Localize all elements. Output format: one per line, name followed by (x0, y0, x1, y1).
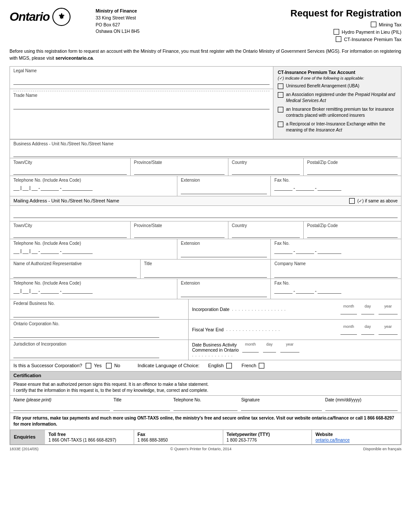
fax1-n4[interactable] (318, 185, 341, 191)
biz-year-input[interactable] (280, 347, 299, 353)
sidebar-option-association: an Association registered under the Prep… (278, 92, 397, 104)
rfax-a3[interactable] (286, 288, 292, 294)
tel-num2[interactable] (47, 185, 53, 191)
fiscal-month-input[interactable] (340, 329, 357, 335)
no-checkbox[interactable] (106, 363, 112, 369)
association-checkbox[interactable] (278, 92, 283, 98)
mtel-n2[interactable] (47, 248, 53, 254)
rep-company-input[interactable] (274, 270, 398, 278)
mtel-n1[interactable] (41, 248, 47, 254)
rtel-a3[interactable] (32, 288, 38, 294)
biz-month-input[interactable] (242, 347, 259, 353)
province-input[interactable] (134, 167, 225, 175)
ct-insurance-checkbox[interactable] (336, 36, 341, 42)
inc-day-input[interactable] (361, 309, 374, 314)
rtel-a1[interactable] (13, 288, 19, 294)
rtel-n4[interactable] (62, 288, 93, 294)
rtel-n3[interactable] (53, 288, 59, 294)
fiscal-year-row: Fiscal Year End . . . . . . . . . . . . … (192, 324, 398, 335)
website-link[interactable]: ontario.ca/finance (315, 438, 350, 442)
fiscal-year-input[interactable] (379, 329, 398, 335)
postal-input[interactable] (307, 167, 398, 175)
mailing-town-input[interactable] (13, 230, 127, 238)
mailing-postal-input[interactable] (307, 230, 398, 238)
tel-area3[interactable] (32, 185, 38, 191)
mailing-country-input[interactable] (232, 230, 300, 238)
rfax-n2[interactable] (302, 288, 308, 294)
legal-name-block: Legal Name (10, 67, 273, 89)
mfax-n2[interactable] (302, 248, 308, 254)
tel-area1[interactable] (13, 185, 19, 191)
mailing-address-label: Mailing Address - Unit No./Street No./St… (13, 198, 119, 203)
inc-month-input[interactable] (340, 309, 357, 314)
sidebar-option-uba: Uninsured Benefit Arrangement (UBA) (278, 83, 397, 89)
reciprocal-checkbox[interactable] (278, 122, 283, 127)
mailing-same-checkbox[interactable] (349, 198, 355, 204)
tel-area2[interactable] (22, 185, 29, 191)
rep-title-input[interactable] (144, 270, 267, 278)
ontario-corp-input[interactable] (13, 330, 159, 338)
business-address-row2: Town/City Province/State Country Postal/… (10, 158, 401, 176)
rfax-n3[interactable] (308, 288, 314, 294)
legal-name-input[interactable] (13, 77, 270, 85)
footer-notice: File your returns, make tax payments and… (10, 413, 401, 430)
fax1-a2[interactable] (280, 185, 286, 191)
mfax-a3[interactable] (286, 248, 292, 254)
rep-ext-input[interactable] (181, 289, 267, 297)
rfax-n4[interactable] (318, 288, 341, 294)
mtel-a1[interactable] (13, 248, 19, 254)
uba-checkbox[interactable] (278, 83, 283, 89)
town-city-input[interactable] (13, 167, 127, 175)
federal-row: Federal Business No. Incorporation Date … (10, 299, 401, 320)
extension-input-1[interactable] (181, 186, 267, 194)
fax1-a3[interactable] (286, 185, 292, 191)
fax1-n2[interactable] (302, 185, 308, 191)
trade-name-input[interactable] (13, 102, 270, 109)
rep-title-cell: Title (141, 260, 271, 279)
rfax-a1[interactable] (274, 288, 280, 294)
rep-name-input[interactable] (13, 270, 137, 278)
tel-num4[interactable] (62, 185, 93, 191)
fax1-n3[interactable] (308, 185, 314, 191)
tel-num3[interactable] (53, 185, 59, 191)
english-checkbox[interactable] (226, 363, 232, 369)
mfax-n1[interactable] (296, 248, 302, 254)
date-business-fields: month day year (242, 342, 299, 353)
yes-checkbox[interactable] (86, 363, 91, 369)
jurisdiction-input[interactable] (13, 350, 159, 358)
incorporation-date-cell: Incorporation Date . . . . . . . . . . .… (189, 299, 401, 319)
mfax-a1[interactable] (274, 248, 280, 254)
rfax-a2[interactable] (280, 288, 286, 294)
fiscal-day-input[interactable] (361, 329, 374, 335)
country-input[interactable] (232, 167, 300, 175)
mfax-n3[interactable] (308, 248, 314, 254)
insurance-broker-checkbox[interactable] (278, 107, 283, 112)
fax1-a1[interactable] (274, 185, 280, 191)
hydro-pil-checkbox[interactable] (334, 29, 339, 35)
french-checkbox[interactable] (259, 363, 264, 369)
tel-num1[interactable] (41, 185, 47, 191)
rtel-n1[interactable] (41, 288, 47, 294)
rfax-n1[interactable] (296, 288, 302, 294)
rtel-a2[interactable] (22, 288, 29, 294)
mailing-ext-input[interactable] (181, 250, 267, 257)
mtel-n4[interactable] (62, 248, 93, 254)
mfax-a2[interactable] (280, 248, 286, 254)
mfax-n4[interactable] (318, 248, 341, 254)
rep-name-cell: Name of Authorized Representative (10, 260, 141, 279)
telephone-input-group: | | - - (13, 185, 173, 191)
inc-year-input[interactable] (379, 309, 398, 314)
mtel-n3[interactable] (53, 248, 59, 254)
biz-day-input[interactable] (263, 347, 276, 353)
mtel-a2[interactable] (22, 248, 29, 254)
mailing-province-input[interactable] (134, 230, 225, 238)
mining-tax-checkbox[interactable] (371, 22, 376, 27)
fax1-n1[interactable] (296, 185, 302, 191)
mtel-a3[interactable] (32, 248, 38, 254)
rtel-n2[interactable] (47, 288, 53, 294)
ct-sidebar: CT-Insurance Premium Tax Account (✓) Ind… (273, 67, 401, 139)
mailing-address-input[interactable] (13, 210, 398, 218)
enquiries-bar: Enquiries Toll free 1 866 ONT-TAXS (1 86… (10, 430, 401, 445)
federal-business-input[interactable] (13, 310, 159, 317)
business-address-input[interactable] (13, 149, 398, 157)
